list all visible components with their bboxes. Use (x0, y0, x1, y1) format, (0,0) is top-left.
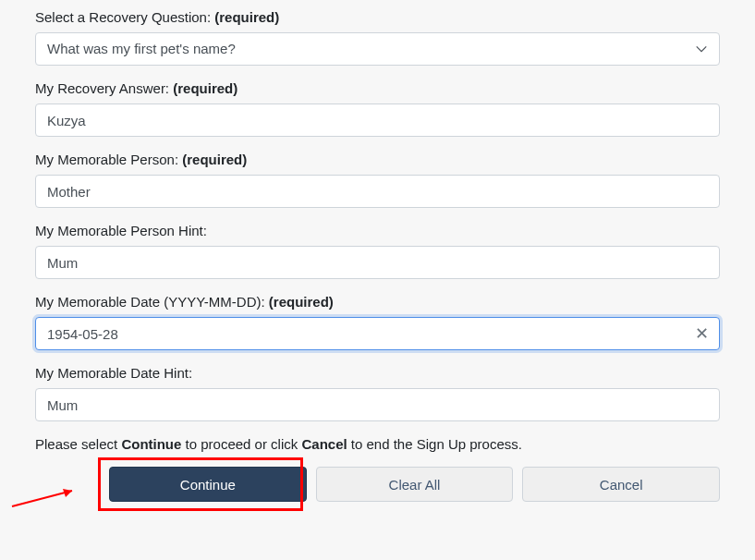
label-text: My Memorable Date (YYYY-MM-DD): (35, 294, 265, 310)
cancel-button[interactable]: Cancel (522, 467, 720, 502)
helper-pre: Please select (35, 436, 121, 452)
memorable-date-hint-input[interactable] (35, 388, 720, 421)
group-memorable-person: My Memorable Person: (required) (35, 152, 720, 208)
recovery-form: Select a Recovery Question: (required) W… (0, 0, 755, 530)
required-suffix: (required) (173, 80, 237, 96)
chevron-down-icon (695, 43, 708, 55)
required-suffix: (required) (269, 294, 334, 310)
helper-mid: to proceed or click (181, 436, 301, 452)
memorable-person-hint-input[interactable] (35, 246, 720, 279)
helper-continue: Continue (121, 436, 181, 452)
required-suffix: (required) (182, 152, 247, 167)
memorable-date-input[interactable] (35, 317, 720, 350)
group-memorable-date: My Memorable Date (YYYY-MM-DD): (require… (35, 294, 720, 350)
clear-all-button[interactable]: Clear All (316, 467, 514, 502)
continue-button[interactable]: Continue (109, 467, 307, 502)
group-memorable-person-hint: My Memorable Person Hint: (35, 223, 720, 279)
label-text: My Memorable Date Hint: (35, 365, 192, 381)
label-memorable-person: My Memorable Person: (required) (35, 152, 720, 167)
required-suffix: (required) (214, 9, 279, 25)
clear-date-icon[interactable]: ✕ (695, 325, 709, 342)
button-row: Continue Clear All Cancel (35, 467, 720, 502)
label-text: My Recovery Answer: (35, 80, 169, 96)
label-recovery-answer: My Recovery Answer: (required) (35, 80, 720, 96)
svg-line-0 (12, 491, 72, 506)
svg-marker-1 (63, 489, 72, 497)
label-memorable-date: My Memorable Date (YYYY-MM-DD): (require… (35, 294, 720, 310)
label-text: My Memorable Person Hint: (35, 223, 207, 238)
label-text: Select a Recovery Question: (35, 9, 211, 25)
label-text: My Memorable Person: (35, 152, 178, 167)
group-recovery-answer: My Recovery Answer: (required) (35, 80, 720, 137)
recovery-answer-input[interactable] (35, 103, 720, 137)
recovery-question-select[interactable]: What was my first pet's name? (35, 32, 720, 66)
group-memorable-date-hint: My Memorable Date Hint: (35, 365, 720, 421)
annotation-arrow-icon (7, 483, 91, 511)
label-memorable-date-hint: My Memorable Date Hint: (35, 365, 720, 381)
memorable-person-input[interactable] (35, 175, 720, 208)
label-recovery-question: Select a Recovery Question: (required) (35, 9, 720, 25)
group-recovery-question: Select a Recovery Question: (required) W… (35, 9, 720, 66)
helper-text: Please select Continue to proceed or cli… (35, 436, 720, 452)
helper-cancel: Cancel (301, 436, 347, 452)
select-value: What was my first pet's name? (47, 39, 236, 60)
label-memorable-person-hint: My Memorable Person Hint: (35, 223, 720, 238)
helper-post: to end the Sign Up process. (347, 436, 522, 452)
